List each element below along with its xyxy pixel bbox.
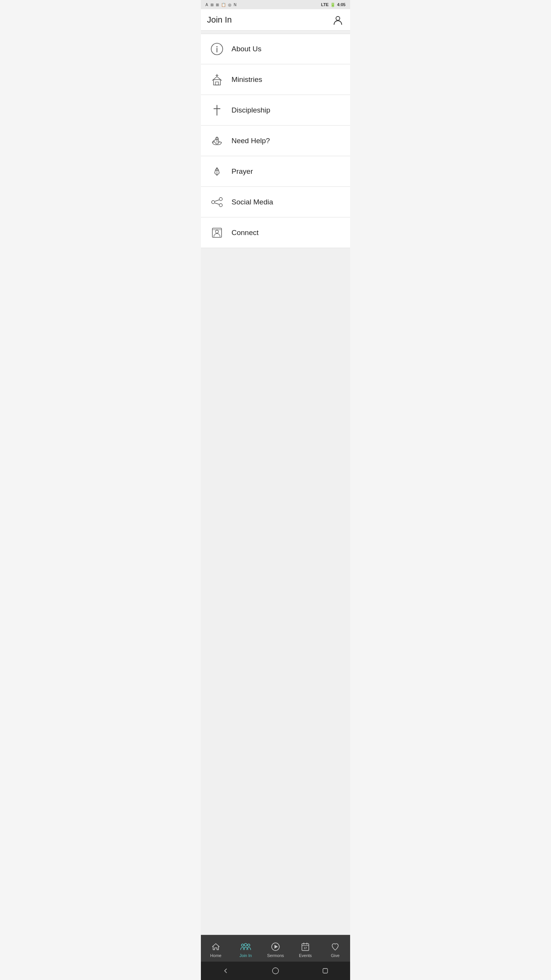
svg-rect-4 — [214, 80, 220, 85]
join-in-nav-label: Join In — [240, 953, 252, 958]
menu-item-connect[interactable]: Connect — [201, 217, 350, 248]
events-nav-label: Events — [299, 953, 312, 958]
app-header: Join In — [201, 9, 350, 31]
menu-list: About Us Ministries Discipleship — [201, 31, 350, 935]
ministries-icon — [209, 71, 225, 88]
events-nav-icon: 17 — [300, 941, 311, 952]
status-right: LTE 🔋 4:05 — [321, 2, 346, 7]
need-help-label: Need Help? — [231, 137, 270, 145]
prayer-icon — [209, 163, 225, 180]
give-nav-label: Give — [331, 953, 340, 958]
connect-icon — [209, 224, 225, 241]
sermons-nav-label: Sermons — [267, 953, 284, 958]
svg-point-0 — [336, 16, 340, 20]
bottom-navigation: Home Join In Sermons — [201, 935, 350, 962]
nav-home[interactable]: Home — [201, 935, 231, 962]
svg-point-13 — [212, 201, 215, 204]
profile-icon — [333, 15, 343, 25]
svg-point-14 — [219, 204, 222, 207]
discipleship-icon — [209, 102, 225, 119]
nav-give[interactable]: Give — [320, 935, 350, 962]
social-media-icon — [209, 194, 225, 211]
svg-point-18 — [215, 230, 218, 233]
nav-events[interactable]: 17 Events — [290, 935, 320, 962]
home-nav-icon — [210, 941, 221, 952]
page-title: Join In — [207, 15, 232, 25]
home-button[interactable] — [271, 966, 280, 975]
svg-point-3 — [217, 46, 218, 47]
menu-item-prayer[interactable]: Prayer — [201, 156, 350, 187]
svg-point-12 — [219, 198, 222, 201]
system-nav-bar — [201, 962, 350, 980]
status-left: A ⊞ ⊞ 📋 ◎ N — [205, 3, 236, 7]
give-nav-icon — [330, 941, 341, 952]
svg-rect-7 — [215, 82, 218, 85]
home-nav-label: Home — [210, 953, 221, 958]
svg-point-22 — [248, 944, 250, 946]
menu-item-ministries[interactable]: Ministries — [201, 64, 350, 95]
prayer-label: Prayer — [231, 167, 253, 176]
svg-point-20 — [241, 944, 244, 946]
about-us-label: About Us — [231, 45, 261, 53]
nav-join-in[interactable]: Join In — [231, 935, 261, 962]
recents-button[interactable] — [321, 966, 330, 975]
join-in-nav-icon — [240, 941, 251, 952]
sermons-nav-icon — [270, 941, 281, 952]
status-time: 4:05 — [337, 2, 346, 7]
status-bar: A ⊞ ⊞ 📋 ◎ N LTE 🔋 4:05 — [201, 0, 350, 9]
menu-item-social-media[interactable]: Social Media — [201, 187, 350, 217]
svg-text:17: 17 — [304, 947, 307, 949]
social-media-label: Social Media — [231, 198, 273, 206]
svg-line-16 — [215, 203, 219, 204]
svg-line-15 — [215, 200, 219, 201]
profile-button[interactable] — [332, 14, 344, 26]
ministries-label: Ministries — [231, 75, 262, 84]
svg-rect-30 — [323, 969, 328, 973]
connect-label: Connect — [231, 229, 259, 237]
nav-sermons[interactable]: Sermons — [261, 935, 290, 962]
menu-item-discipleship[interactable]: Discipleship — [201, 95, 350, 126]
svg-point-29 — [272, 968, 279, 974]
need-help-icon — [209, 132, 225, 149]
svg-point-21 — [245, 944, 247, 946]
menu-item-about-us[interactable]: About Us — [201, 34, 350, 64]
about-us-icon — [209, 41, 225, 57]
discipleship-label: Discipleship — [231, 106, 270, 114]
menu-item-need-help[interactable]: Need Help? — [201, 126, 350, 156]
back-button[interactable] — [221, 966, 230, 975]
